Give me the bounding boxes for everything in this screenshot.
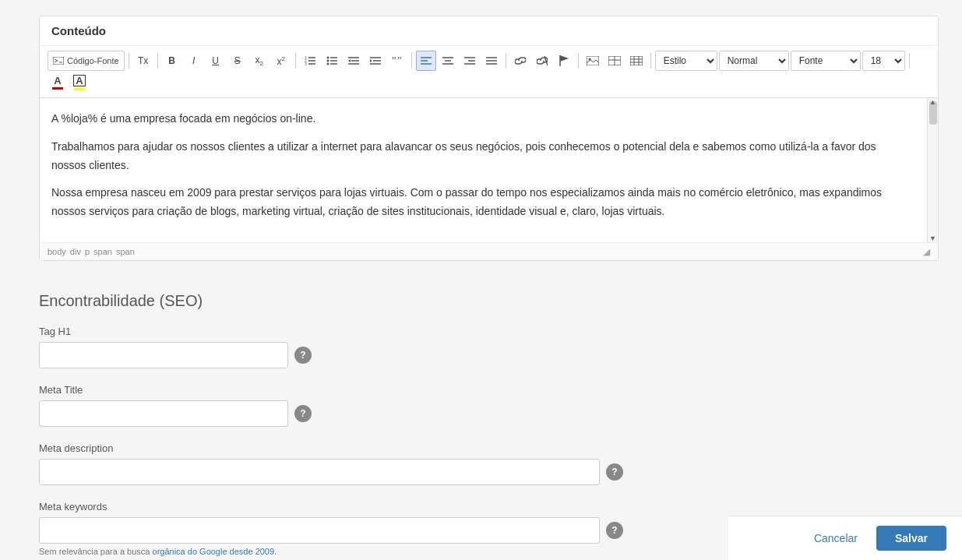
svg-line-1 [55, 59, 58, 61]
font-bgcolor-bar [74, 88, 85, 90]
scrollbar-track[interactable]: ▲ ▼ [927, 98, 938, 242]
svg-text:": " [397, 56, 402, 65]
indent-decrease-icon [348, 56, 359, 65]
bold-button[interactable]: B [162, 51, 182, 71]
image-icon [587, 56, 599, 65]
meta-title-help-button[interactable]: ? [294, 405, 312, 422]
font-select[interactable]: Fonte [791, 51, 861, 71]
link-add-icon [515, 56, 526, 65]
code-source-label: Código-Fonte [67, 56, 119, 65]
link-add-button[interactable] [510, 51, 530, 71]
align-center-icon [442, 56, 453, 65]
seo-section-title: Encontrabilidade (SEO) [39, 292, 923, 310]
main-container: Conteúdo Código-Fonte Tx B [0, 16, 962, 560]
table-menu-icon [630, 56, 643, 65]
underline-label: U [212, 55, 219, 66]
table-draw-button[interactable] [604, 51, 625, 71]
tag-h1-label: Tag H1 [39, 326, 923, 337]
resize-handle[interactable]: ◢ [923, 246, 930, 257]
font-size-select[interactable]: 18 [862, 51, 905, 71]
editor-paragraph-2: Trabalhamos para ajudar os nossos client… [51, 138, 911, 175]
font-color-button[interactable]: A [48, 72, 68, 93]
tag-h1-row: ? [39, 342, 923, 368]
meta-keywords-input[interactable] [39, 517, 600, 544]
meta-title-row: ? [39, 400, 923, 427]
ordered-list-button[interactable]: 1 2 3 [300, 51, 320, 71]
align-right-button[interactable] [460, 51, 480, 71]
superscript-button[interactable]: x2 [271, 51, 291, 71]
save-button[interactable]: Salvar [876, 526, 946, 551]
svg-rect-46 [630, 56, 643, 65]
meta-description-help-button[interactable]: ? [606, 463, 623, 481]
path-span-2: span [116, 247, 135, 256]
image-button[interactable] [583, 51, 603, 71]
meta-title-group: Meta Title ? [39, 384, 923, 427]
format-select[interactable]: Normal [719, 51, 789, 71]
svg-marker-19 [348, 59, 351, 62]
separator-1 [129, 53, 129, 69]
editor-area[interactable]: A %loja% é uma empresa focada em negócio… [40, 98, 927, 242]
align-justify-icon [486, 56, 497, 65]
italic-button[interactable]: I [184, 51, 204, 71]
meta-description-input[interactable] [39, 459, 600, 485]
separator-6 [578, 53, 579, 69]
code-source-button[interactable]: Código-Fonte [48, 51, 125, 71]
meta-title-input[interactable] [39, 400, 288, 427]
align-center-button[interactable] [438, 51, 458, 71]
separator-8 [909, 53, 910, 69]
separator-4 [411, 53, 412, 69]
blockquote-icon: " " [392, 56, 403, 65]
align-right-icon [464, 56, 475, 65]
content-section-title: Conteúdo [40, 16, 938, 46]
unordered-list-button[interactable] [322, 51, 342, 71]
meta-keywords-help-button[interactable]: ? [606, 522, 623, 539]
svg-text:3: 3 [305, 62, 307, 65]
editor-path-bar: body div p span span ◢ [40, 242, 938, 260]
meta-description-row: ? [39, 459, 923, 485]
tag-h1-help-button[interactable]: ? [294, 347, 312, 364]
cancel-button[interactable]: Cancelar [805, 526, 867, 551]
separator-7 [650, 53, 651, 69]
scroll-down-arrow[interactable]: ▼ [928, 234, 938, 242]
style-select[interactable]: Estilo [655, 51, 717, 71]
clear-label: Tx [138, 55, 148, 66]
indent-increase-icon [370, 56, 381, 65]
strikethrough-button[interactable]: S [227, 51, 248, 71]
path-body: body [48, 247, 66, 256]
align-justify-button[interactable] [481, 51, 502, 71]
scroll-up-arrow[interactable]: ▲ [928, 98, 938, 106]
svg-point-13 [326, 57, 329, 59]
svg-point-14 [326, 60, 329, 62]
tag-h1-group: Tag H1 ? [39, 326, 923, 368]
table-menu-button[interactable] [626, 51, 647, 71]
unordered-list-icon [326, 56, 337, 65]
content-editor-section: Conteúdo Código-Fonte Tx B [39, 16, 939, 261]
svg-point-15 [326, 63, 329, 65]
font-bgcolor-button[interactable]: A [69, 72, 90, 93]
meta-description-group: Meta description ? [39, 442, 923, 485]
flag-button[interactable] [554, 51, 574, 71]
svg-rect-0 [53, 57, 64, 65]
subscript-button[interactable]: x2 [249, 51, 270, 71]
keywords-link[interactable]: orgânica do Google desde 2009. [153, 547, 277, 556]
align-left-button[interactable] [416, 51, 436, 71]
ordered-list-icon: 1 2 3 [305, 56, 315, 65]
tag-h1-input[interactable] [39, 342, 288, 368]
font-bgcolor-label: A [73, 75, 85, 86]
separator-3 [295, 53, 296, 69]
link-remove-icon [537, 56, 548, 65]
editor-wrapper: A %loja% é uma empresa focada em negócio… [40, 98, 938, 242]
blockquote-button[interactable]: " " [387, 51, 407, 71]
path-p: p [85, 247, 90, 256]
clear-formatting-button[interactable]: Tx [133, 51, 153, 71]
svg-line-2 [55, 61, 58, 62]
action-bar: Cancelar Salvar [728, 516, 962, 560]
link-remove-button[interactable] [532, 51, 552, 71]
strikethrough-label: S [234, 55, 241, 66]
indent-increase-button[interactable] [365, 51, 386, 71]
svg-marker-23 [370, 59, 372, 62]
indent-decrease-button[interactable] [344, 51, 364, 71]
underline-button[interactable]: U [206, 51, 226, 71]
separator-5 [506, 53, 506, 69]
bold-label: B [168, 55, 175, 66]
